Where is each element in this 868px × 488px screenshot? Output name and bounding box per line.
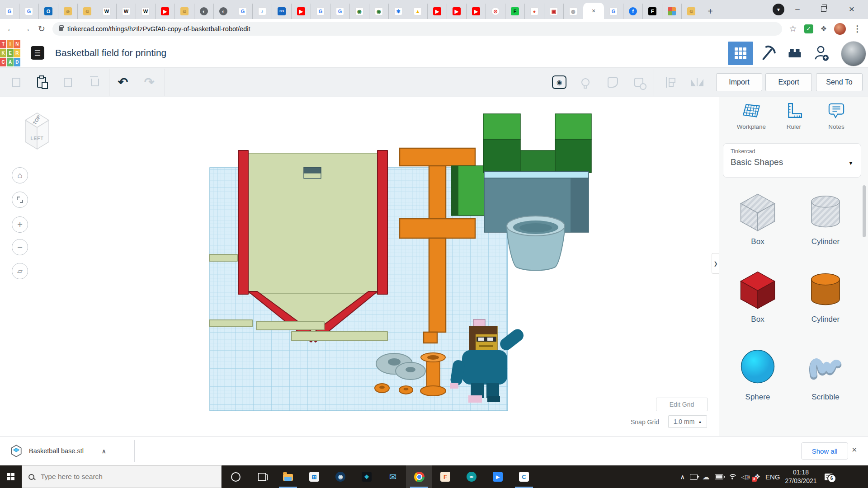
url-field[interactable]: tinkercad.com/things/hzIlzPvGfA0-copy-of… [52, 22, 782, 36]
perspective-toggle-button[interactable] [12, 263, 28, 279]
design-title[interactable]: Basketball field for printing [55, 47, 166, 58]
browser-tab-3d-viewer[interactable]: 3D [272, 4, 292, 19]
chevron-down-icon[interactable]: ▼ [848, 160, 854, 166]
snap-grid-dropdown[interactable]: 1.0 mm ▲ [668, 415, 707, 428]
window-maximize-button[interactable] [814, 0, 834, 18]
basket-cylinder[interactable] [507, 216, 565, 270]
dashboard-grid-button[interactable] [728, 42, 753, 65]
brick-export-button[interactable] [783, 42, 807, 64]
browser-tab-screenshot[interactable]: ▣ [544, 4, 564, 19]
home-view-button[interactable] [12, 167, 28, 183]
browser-tab-wikipedia[interactable]: W [136, 4, 156, 19]
download-item[interactable]: Basketball base.stl [10, 436, 106, 465]
browser-tab-globe-gray[interactable]: ◍ [564, 4, 583, 19]
wifi-icon[interactable] [728, 474, 736, 480]
volume-icon[interactable] [741, 474, 750, 480]
browser-tab-google[interactable]: G [604, 4, 623, 19]
browser-tab-google[interactable]: G [233, 4, 253, 19]
active-tab[interactable]: × [583, 3, 604, 19]
start-button[interactable] [0, 465, 22, 488]
browser-tab-youtube[interactable]: ▶ [428, 4, 447, 19]
shape-item-sphere-4[interactable]: Sphere [724, 343, 792, 402]
browser-tab-youtube[interactable]: ▶ [467, 4, 486, 19]
browser-tab-youtube[interactable]: ▶ [156, 4, 175, 19]
browser-tab-seal-green[interactable]: ◉ [350, 4, 369, 19]
design-menu-icon[interactable] [31, 46, 44, 60]
dropbox-icon[interactable]: 3 [755, 473, 760, 481]
url-text[interactable]: tinkercad.com/things/hzIlzPvGfA0-copy-of… [67, 25, 250, 33]
duplicate-button[interactable] [58, 73, 78, 91]
taskbar-app-mail[interactable]: ✉ [380, 465, 406, 488]
show-all-downloads-button[interactable]: Show all [801, 442, 848, 460]
taskbar-app-cura[interactable]: C [511, 465, 537, 488]
onedrive-icon[interactable] [703, 473, 710, 481]
browser-tab-robot[interactable]: ☺ [175, 4, 194, 19]
battery-icon[interactable] [715, 474, 723, 479]
taskbar-app-predator[interactable]: ❖ [354, 465, 380, 488]
taskbar-app-task-view[interactable] [249, 465, 275, 488]
import-button[interactable]: Import [716, 73, 762, 91]
transparency-button[interactable] [576, 73, 595, 91]
browser-tab-tinkercad[interactable] [662, 4, 682, 19]
browser-tab-outlook[interactable]: O [39, 4, 58, 19]
browser-tab-google[interactable]: G [311, 4, 330, 19]
close-tab-icon[interactable]: × [592, 7, 595, 14]
language-indicator[interactable]: ENG [765, 473, 780, 481]
extensions-puzzle-icon[interactable] [821, 24, 827, 33]
browser-tab-audio[interactable]: ♪ [253, 4, 272, 19]
view-cube-left-label[interactable]: LEFT [31, 136, 44, 141]
shape-item-box-0[interactable]: Box [724, 188, 792, 246]
edit-grid-button[interactable]: Edit Grid [656, 398, 708, 411]
show-all-parts-button[interactable] [549, 73, 569, 91]
shape-item-cylinder-1[interactable]: Cylinder [792, 188, 859, 246]
copy-button[interactable] [6, 73, 26, 91]
window-close-button[interactable]: × [842, 0, 862, 18]
group-button[interactable] [603, 73, 623, 91]
zoom-out-button[interactable] [12, 239, 28, 255]
fit-view-button[interactable] [12, 192, 28, 208]
browser-menu-icon[interactable] [853, 23, 862, 34]
search-input[interactable] [40, 472, 204, 481]
shape-item-cylinder-3[interactable]: Cylinder [792, 265, 859, 324]
paste-button[interactable] [32, 73, 52, 91]
browser-tab-robot[interactable]: ☺ [682, 4, 701, 19]
browser-tab-forbes[interactable]: F [643, 4, 662, 19]
export-button[interactable]: Export [765, 73, 812, 91]
ungroup-button[interactable] [629, 73, 649, 91]
send-to-button[interactable]: Send To [816, 73, 863, 91]
browser-tab-tomato-timer[interactable]: ● [525, 4, 544, 19]
browser-tab-google[interactable]: G [330, 4, 350, 19]
zoom-in-button[interactable] [12, 216, 28, 233]
browser-tab-facebook[interactable]: f [623, 4, 643, 19]
window-minimize-button[interactable]: – [788, 0, 807, 18]
delete-button[interactable] [85, 73, 105, 91]
shape-library-dropdown[interactable]: Tinkercad Basic Shapes ▼ [723, 143, 861, 178]
taskbar-app-chrome[interactable] [406, 465, 432, 488]
download-filename[interactable]: Basketball base.stl [29, 447, 84, 455]
forward-icon[interactable]: → [22, 24, 31, 34]
browser-tab-globe-dark[interactable]: ◐ [214, 4, 233, 19]
redo-button[interactable] [139, 73, 159, 91]
taskbar-app-zoom[interactable]: ▶ [485, 465, 511, 488]
3d-canvas[interactable]: TOP LEFT Edit Grid Snap Grid 1.0 mm ▲ [0, 97, 719, 436]
undo-button[interactable] [113, 73, 133, 91]
taskbar-search[interactable] [22, 465, 222, 488]
browser-tab-wikipedia[interactable]: W [97, 4, 117, 19]
browser-tab-google-drive[interactable]: ▲ [408, 4, 428, 19]
mirror-button[interactable] [687, 73, 707, 91]
back-icon[interactable]: ← [6, 24, 15, 34]
browser-profile-avatar[interactable] [834, 23, 846, 35]
browser-tab-youtube[interactable]: ▶ [292, 4, 311, 19]
align-button[interactable] [657, 73, 677, 91]
close-download-bar-icon[interactable]: × [852, 445, 857, 455]
ruler-tool[interactable]: Ruler [774, 103, 814, 130]
taskbar-app-fusion360[interactable]: F [432, 465, 458, 488]
browser-tab-google-translate[interactable]: G [0, 4, 19, 19]
invite-collaborator-button[interactable] [810, 42, 834, 64]
taskbar-app-file-explorer[interactable] [275, 465, 301, 488]
taskbar-app-arduino[interactable]: ∞ [458, 465, 485, 488]
browser-tab-filmora[interactable]: F [505, 4, 525, 19]
browser-tab-flower-blue[interactable]: ✻ [389, 4, 408, 19]
notifications-button[interactable]: 6 [825, 474, 833, 480]
browser-tab-globe-dark[interactable]: ◐ [194, 4, 214, 19]
